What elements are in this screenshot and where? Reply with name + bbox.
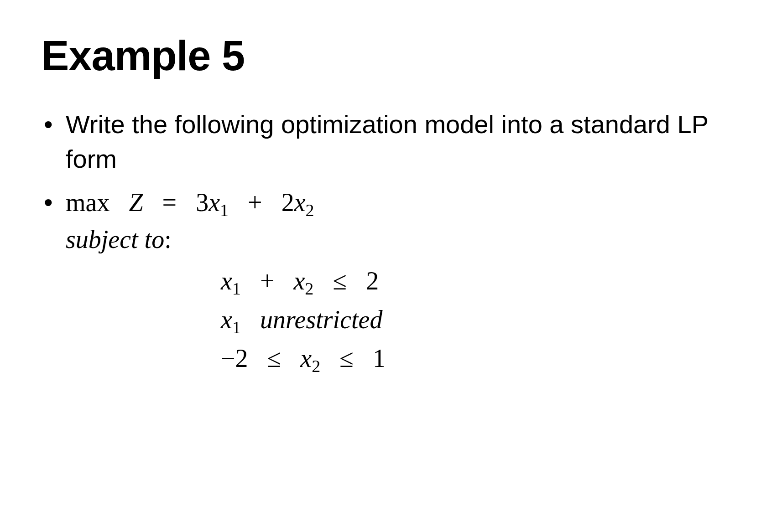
c1-s1: 1: [232, 279, 241, 298]
c3-s2: 2: [312, 356, 320, 375]
slide-title: Example 5: [41, 32, 720, 80]
c1-x2: x: [294, 267, 305, 295]
constraint-3: −2 ≤ x2 ≤ 1: [221, 340, 720, 379]
var-x2: x: [294, 188, 306, 217]
c1-plus: +: [260, 267, 275, 295]
objective-line: max Z = 3x1 + 2x2: [66, 188, 314, 217]
coef-2: 2: [281, 188, 294, 217]
equals: =: [162, 188, 177, 217]
c1-le: ≤: [333, 267, 347, 295]
constraint-2: x1 unrestricted: [221, 301, 720, 340]
var-x1: x: [208, 188, 220, 217]
bullet-model: max Z = 3x1 + 2x2 subject to: x1: [41, 185, 720, 378]
c2-s1: 1: [232, 317, 241, 336]
coef-1: 3: [196, 188, 208, 217]
c3-rhs: 1: [373, 344, 386, 372]
c2-x1: x: [221, 305, 232, 334]
var-Z: Z: [129, 188, 143, 217]
slide: Example 5 Write the following optimizati…: [0, 0, 761, 532]
c3-le2: ≤: [339, 344, 354, 372]
c2-text: unrestricted: [260, 305, 383, 334]
c3-x2: x: [300, 344, 312, 372]
constraint-1: x1 + x2 ≤ 2: [221, 263, 720, 301]
plus: +: [248, 188, 262, 217]
subject-to-line: subject to:: [66, 225, 172, 253]
subject-to-label: subject to: [66, 225, 164, 253]
c3-le1: ≤: [267, 344, 281, 372]
sub-2: 2: [306, 201, 314, 220]
c3-lhs: −2: [221, 344, 248, 372]
c1-s2: 2: [305, 279, 313, 298]
bullet-instruction: Write the following optimization model i…: [41, 107, 720, 176]
sub-1: 1: [220, 201, 229, 220]
constraints-block: x1 + x2 ≤ 2 x1 unrestricted −2: [221, 263, 720, 379]
c1-rhs: 2: [366, 267, 379, 295]
slide-body: Write the following optimization model i…: [41, 107, 720, 378]
colon: :: [164, 225, 172, 253]
c1-x1: x: [221, 267, 232, 295]
max-label: max: [66, 188, 109, 217]
